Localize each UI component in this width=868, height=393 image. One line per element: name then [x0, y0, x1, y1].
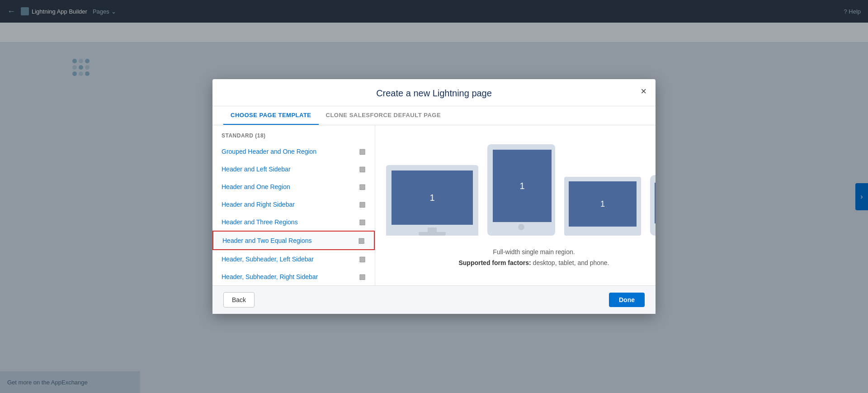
form-factors-value: desktop, tablet, and phone. — [533, 259, 609, 266]
monitor-screen: 1 — [392, 170, 473, 225]
laptop-preview: 1 — [564, 177, 641, 236]
laptop-screen: 1 — [569, 181, 637, 227]
template-preview-panel: 1 1 — [375, 125, 656, 285]
template-item-three-regions[interactable]: Header and Three Regions ▩ — [212, 213, 375, 231]
modal-title: Create a new Lightning page — [223, 88, 645, 99]
template-name-right-sidebar: Header and Right Sidebar — [222, 201, 295, 208]
monitor-region-number: 1 — [429, 193, 434, 203]
template-item-subheader-left[interactable]: Header, Subheader, Left Sidebar ▩ — [212, 250, 375, 268]
modal-header: Create a new Lightning page × — [212, 79, 656, 106]
template-item-grouped-header[interactable]: Grouped Header and One Region ▩ — [212, 142, 375, 160]
template-item-one-region[interactable]: Header and One Region ▩ — [212, 178, 375, 195]
tablet-frame: 1 — [487, 144, 555, 236]
laptop-region-number: 1 — [600, 199, 605, 209]
template-device-icon-6: ▩ — [359, 255, 366, 263]
modal-close-button[interactable]: × — [641, 86, 646, 96]
tab-choose-template[interactable]: CHOOSE PAGE TEMPLATE — [223, 106, 319, 125]
template-name-subheader-right: Header, Subheader, Right Sidebar — [222, 273, 318, 280]
laptop-frame: 1 — [564, 177, 641, 236]
monitor-neck — [428, 227, 437, 232]
template-item-right-sidebar[interactable]: Header and Right Sidebar ▩ — [212, 195, 375, 213]
template-device-icon-5: ▩ — [358, 236, 365, 245]
template-name-subheader-left: Header, Subheader, Left Sidebar — [222, 256, 314, 263]
tablet-home-button — [518, 224, 524, 230]
template-device-icon-2: ▩ — [359, 182, 366, 191]
monitor-stand — [386, 227, 478, 236]
create-lightning-page-modal: Create a new Lightning page × CHOOSE PAG… — [212, 79, 656, 314]
template-item-two-equal-regions[interactable]: Header and Two Equal Regions ▩ — [212, 231, 375, 250]
modal-body: STANDARD (18) Grouped Header and One Reg… — [212, 125, 656, 285]
back-button[interactable]: Back — [223, 292, 255, 308]
template-device-icon-1: ▩ — [359, 165, 366, 173]
tab-clone-default[interactable]: CLONE SALESFORCE DEFAULT PAGE — [319, 106, 448, 125]
template-name-left-sidebar: Header and Left Sidebar — [222, 166, 291, 173]
template-item-subheader-right[interactable]: Header, Subheader, Right Sidebar ▩ — [212, 268, 375, 285]
phone-preview: 1 — [650, 175, 656, 236]
preview-description: Full-width single main region. — [493, 248, 575, 256]
monitor-base — [419, 232, 446, 236]
tablet-region-number: 1 — [519, 181, 524, 191]
monitor-frame: 1 — [386, 165, 478, 227]
template-item-left-sidebar[interactable]: Header and Left Sidebar ▩ — [212, 160, 375, 178]
template-device-icon-7: ▩ — [359, 272, 366, 281]
done-button[interactable]: Done — [609, 293, 645, 307]
laptop-base — [564, 231, 641, 236]
device-previews: 1 1 — [386, 144, 656, 236]
template-name-one-region: Header and One Region — [222, 183, 290, 190]
template-name-grouped-header: Grouped Header and One Region — [222, 148, 316, 155]
template-name-three-regions: Header and Three Regions — [222, 218, 298, 226]
template-device-icon-4: ▩ — [359, 218, 366, 226]
section-label: STANDARD (18) — [212, 125, 375, 142]
tablet-screen: 1 — [493, 150, 552, 222]
modal-overlay: Create a new Lightning page × CHOOSE PAG… — [0, 0, 868, 393]
template-device-icon-3: ▩ — [359, 200, 366, 208]
tablet-preview: 1 — [487, 144, 555, 236]
form-factors-label: Supported form factors: — [458, 259, 531, 266]
template-list-panel: STANDARD (18) Grouped Header and One Reg… — [212, 125, 375, 285]
template-name-two-equal-regions: Header and Two Equal Regions — [222, 237, 311, 244]
modal-footer: Back Done — [212, 285, 656, 314]
laptop-screen-wrap: 1 — [564, 177, 641, 231]
preview-form-factors: Supported form factors: desktop, tablet,… — [458, 259, 609, 266]
phone-frame: 1 — [650, 175, 656, 236]
template-device-icon-0: ▩ — [359, 147, 366, 156]
modal-tabs: CHOOSE PAGE TEMPLATE CLONE SALESFORCE DE… — [212, 106, 656, 125]
desktop-preview: 1 — [386, 165, 478, 236]
phone-screen: 1 — [655, 183, 656, 223]
